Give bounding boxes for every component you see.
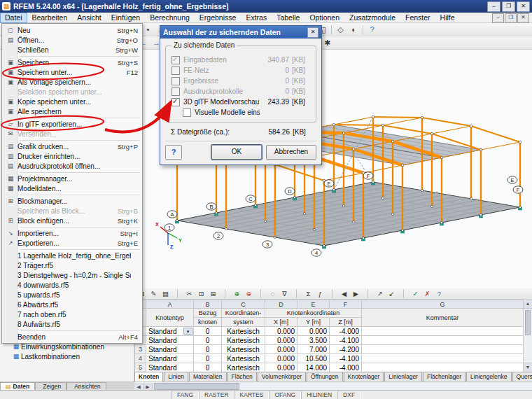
file-menu-item[interactable]: ⊞ Blockmanager... <box>2 196 142 206</box>
menubar-item[interactable]: Fenster <box>400 13 435 23</box>
menubar-item[interactable]: Ansicht <box>72 13 106 23</box>
column-letter[interactable]: D <box>265 300 298 309</box>
menubar-item[interactable]: Berechnung <box>145 13 195 23</box>
cell-bezugknoten[interactable]: 0 <box>194 363 222 372</box>
delete-row-icon[interactable]: ⊖ <box>243 289 255 299</box>
status-toggle[interactable]: KARTES <box>234 391 270 399</box>
file-menu-item[interactable]: ↗ Exportieren... Strg+E <box>2 238 142 248</box>
view-mode-icon[interactable]: ▤ <box>160 289 172 299</box>
cell-x[interactable]: 0.000 <box>265 363 298 372</box>
menubar-item[interactable]: Bearbeiten <box>27 13 73 23</box>
cell-y[interactable]: 3.500 <box>298 336 330 345</box>
file-menu-item[interactable]: ▥ Drucker einrichten... <box>2 151 142 161</box>
row-number[interactable]: 4 <box>135 354 146 363</box>
copy-icon[interactable]: ⊡ <box>195 289 207 299</box>
menubar-item[interactable]: Hilfe <box>435 13 460 23</box>
table-tab[interactable]: Flächenlager <box>423 372 465 382</box>
prev-table-icon[interactable]: ◀ <box>338 289 350 299</box>
mdi-minimize-button[interactable]: – <box>492 13 504 23</box>
file-menu-item[interactable]: ▥ Grafik drucken... Strg+P <box>2 141 142 151</box>
table-tab[interactable]: Materialien <box>189 372 227 382</box>
file-menu-item[interactable]: 7 nach oben.rf5 <box>2 309 142 319</box>
table-tab[interactable]: Linienlager <box>384 372 422 382</box>
paste-icon[interactable]: ⊟ <box>207 289 219 299</box>
cell-z[interactable]: -4.100 <box>330 336 362 345</box>
dropdown-button[interactable]: ▾ <box>183 328 192 335</box>
cell-x[interactable]: 0.000 <box>265 327 298 336</box>
cell-kommentar[interactable] <box>362 345 524 354</box>
table-row[interactable]: 3 Standard ▾ 0 Kartesisch 0.000 7.000 -4… <box>135 345 524 354</box>
table-row[interactable]: 4 Standard ▾ 0 Kartesisch 0.000 10.500 -… <box>135 354 524 363</box>
table-tab[interactable]: Liniengelenke <box>466 372 511 382</box>
file-menu-item[interactable]: Selektion speichern unter... <box>2 87 142 97</box>
file-menu-item[interactable]: Schließen Strg+W <box>2 45 142 55</box>
column-letter[interactable]: A <box>146 300 194 309</box>
table-vertical-scrollbar[interactable]: ▲ ▼ <box>523 300 532 372</box>
scroll-up-icon[interactable]: ▲ <box>524 300 532 309</box>
file-menu-item[interactable]: ↘ Importieren... Strg+I <box>2 228 142 238</box>
checkbox[interactable] <box>172 56 180 64</box>
cell-koordinatensystem[interactable]: Kartesisch <box>222 354 265 363</box>
cell-y[interactable]: 0.000 <box>298 327 330 336</box>
insert-row-icon[interactable]: ⊕ <box>231 289 243 299</box>
table-tab[interactable]: Knoten <box>134 372 163 382</box>
cell-z[interactable]: -4.200 <box>330 345 362 354</box>
mdi-restore-button[interactable]: ❐ <box>505 13 517 23</box>
file-menu-item[interactable]: ▦ Projektmanager... <box>2 174 142 183</box>
cell-kommentar[interactable] <box>362 336 524 345</box>
row-number[interactable]: 5 <box>135 363 146 372</box>
column-letter[interactable]: C <box>222 300 265 309</box>
export-table-icon[interactable]: ↗ <box>374 289 386 299</box>
dialog-title-bar[interactable]: Auswahl der zu sichernden Daten ✕ <box>160 26 321 38</box>
menubar-item[interactable]: Einfügen <box>106 13 145 23</box>
cell-koordinatensystem[interactable]: Kartesisch <box>222 336 265 345</box>
file-menu-item[interactable]: 4 downwards.rf5 <box>2 280 142 290</box>
checkbox[interactable] <box>172 77 180 85</box>
cell-x[interactable]: 0.000 <box>265 336 298 345</box>
file-menu-item[interactable]: ▣ Alle speichern <box>2 106 142 116</box>
cell-kommentar[interactable] <box>362 327 524 336</box>
file-menu-item[interactable]: 6 Abwärts.rf5 <box>2 300 142 309</box>
cell-x[interactable]: 0.000 <box>265 345 298 354</box>
table-tab[interactable]: Volumenkörper <box>258 372 306 382</box>
tree-item[interactable]: ▦ Lastkombinationen <box>0 351 134 361</box>
table-row[interactable]: 2 Standard ▾ 0 Kartesisch 0.000 3.500 -4… <box>135 336 524 345</box>
menubar-item[interactable]: Datei <box>0 13 27 23</box>
menubar-item[interactable]: Extras <box>241 13 272 23</box>
row-number[interactable]: 3 <box>135 345 146 354</box>
column-letter[interactable]: G <box>362 300 524 309</box>
cell-kommentar[interactable] <box>362 363 524 372</box>
file-menu-item[interactable]: ▱ In glTF exportieren... <box>2 119 142 129</box>
status-toggle[interactable]: HILINIEN <box>301 391 337 399</box>
apply-icon[interactable]: ✓ <box>410 289 421 299</box>
checkbox[interactable] <box>172 66 180 75</box>
cell-x[interactable]: 0.000 <box>265 354 298 363</box>
cell-bezugknoten[interactable]: 0 <box>194 336 222 345</box>
filter-icon[interactable]: ∇ <box>279 289 290 299</box>
cell-koordinatensystem[interactable]: Kartesisch <box>222 345 265 354</box>
mdi-close-button[interactable]: ✕ <box>517 13 529 23</box>
help-icon[interactable]: ? <box>365 24 379 36</box>
file-menu-item[interactable]: 3 Dienstgehweg - h=0,2m - Single Support… <box>2 270 142 280</box>
table-row[interactable]: 1 Standard ▾ 0 Kartesisch 0.000 0.000 -4… <box>135 327 524 336</box>
file-menu-item[interactable]: ▣ Speichern Strg+S <box>2 57 142 67</box>
find-icon[interactable]: ◌ <box>267 289 279 299</box>
cell-bezugknoten[interactable]: 0 <box>194 354 222 363</box>
file-menu-item[interactable]: ▦ Modelldaten... <box>2 183 142 193</box>
file-menu-item[interactable]: ▣ Speichern unter... F12 <box>2 67 142 77</box>
scroll-right-icon[interactable]: ▶ <box>144 383 153 391</box>
menubar-item[interactable]: Zusatzmodule <box>344 13 400 23</box>
maximize-button[interactable]: ❐ <box>502 1 515 12</box>
scroll-thumb[interactable] <box>154 383 239 390</box>
sum-icon[interactable]: Σ <box>302 289 314 299</box>
table-tab[interactable]: Öffnungen <box>307 372 343 382</box>
render-mode-icon[interactable]: ◐ <box>347 24 360 36</box>
cell-knotentyp[interactable]: Standard ▾ <box>146 345 194 354</box>
edit-mode-icon[interactable]: ✎ <box>148 289 160 299</box>
cell-koordinatensystem[interactable]: Kartesisch <box>222 363 265 372</box>
file-menu-item[interactable]: ▣ Als Vorlage speichern... <box>2 77 142 87</box>
cell-bezugknoten[interactable]: 0 <box>194 345 222 354</box>
file-menu-item[interactable]: 5 upwards.rf5 <box>2 290 142 300</box>
cell-bezugknoten[interactable]: 0 <box>194 327 222 336</box>
status-toggle[interactable]: OFANG <box>269 391 301 399</box>
